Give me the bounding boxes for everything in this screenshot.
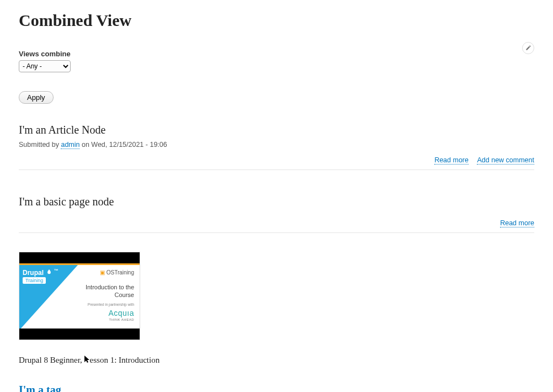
drop-icon bbox=[45, 269, 52, 277]
add-comment-link[interactable]: Add new comment bbox=[477, 156, 534, 165]
tag-link[interactable]: I'm a tag bbox=[19, 384, 61, 392]
submitted-prefix: Submitted by bbox=[19, 141, 61, 149]
drupal-brand: Drupal ™ bbox=[23, 268, 59, 277]
divider bbox=[19, 232, 534, 233]
page-node-title[interactable]: I'm a basic page node bbox=[19, 195, 534, 208]
views-combine-select[interactable]: - Any - bbox=[19, 60, 71, 72]
read-more-link[interactable]: Read more bbox=[434, 156, 469, 165]
training-badge: Training bbox=[23, 277, 46, 284]
video-caption: Drupal 8 Beginner, esson 1: Introduction bbox=[19, 356, 534, 365]
pencil-icon bbox=[525, 43, 531, 53]
page-title: Combined View bbox=[19, 11, 534, 30]
divider bbox=[19, 169, 534, 170]
acquia-logo: Acquıa THINK AHEAD bbox=[108, 308, 134, 321]
book-icon: ▣ bbox=[100, 269, 105, 276]
cursor-icon bbox=[84, 356, 90, 364]
video-title-overlay: Introduction to the Course bbox=[76, 284, 134, 299]
article-submitted: Submitted by admin on Wed, 12/15/2021 - … bbox=[19, 141, 534, 149]
video-thumbnail[interactable]: Drupal ™ Training ▣OSTraining Introducti… bbox=[19, 252, 140, 340]
partner-text: Presented in partnership with bbox=[88, 303, 134, 306]
submitted-suffix: on Wed, 12/15/2021 - 19:06 bbox=[79, 141, 167, 149]
filter-label: Views combine bbox=[19, 50, 534, 58]
apply-button[interactable]: Apply bbox=[19, 91, 54, 104]
author-link[interactable]: admin bbox=[61, 141, 79, 149]
ostraining-logo: ▣OSTraining bbox=[100, 269, 134, 276]
edit-button[interactable] bbox=[522, 42, 534, 54]
read-more-link[interactable]: Read more bbox=[500, 219, 534, 227]
article-title[interactable]: I'm an Article Node bbox=[19, 124, 534, 136]
